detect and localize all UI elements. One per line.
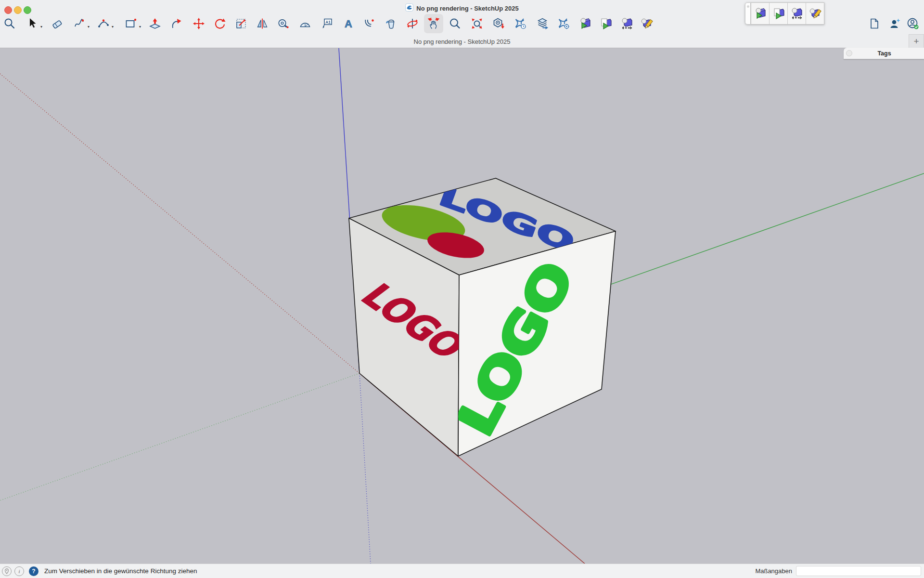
pan-hand-icon (427, 17, 440, 30)
tool-account[interactable] (903, 14, 923, 33)
select-cursor-icon (26, 17, 38, 30)
palette-tool-scene-animation[interactable] (788, 3, 806, 24)
flip-icon (256, 17, 269, 30)
rectangle-icon (125, 17, 137, 30)
palette-drag-handle[interactable] (745, 2, 751, 25)
svg-text:A: A (345, 18, 352, 30)
palette-tool-scene-new[interactable] (770, 3, 788, 24)
tags-panel-collapse-icon[interactable] (846, 50, 852, 56)
tool-rotate[interactable] (210, 14, 230, 33)
tags-panel-title: Tags (852, 50, 916, 57)
tool-protractor[interactable] (295, 14, 315, 33)
push-pull-icon (149, 17, 161, 30)
tool-push-pull[interactable] (145, 14, 165, 33)
tool-3d-text[interactable]: A (339, 14, 358, 33)
tool-zoom[interactable] (445, 14, 464, 33)
tool-select[interactable]: ▾ (23, 14, 42, 33)
measurements-label: Maßangaben (755, 567, 792, 575)
tool-scene-new[interactable] (596, 14, 616, 33)
chevron-down-icon[interactable]: ▾ (112, 25, 114, 29)
paint-bucket-icon (385, 17, 397, 30)
measurements-input[interactable] (796, 566, 921, 576)
tool-follow-me[interactable] (167, 14, 186, 33)
tool-orbit[interactable] (403, 14, 422, 33)
geolocation-button[interactable] (2, 566, 12, 576)
tool-new-document[interactable] (865, 14, 884, 33)
tool-text[interactable]: A1 (318, 14, 337, 33)
tool-rectangle[interactable]: ▾ (121, 14, 141, 33)
move-icon (192, 17, 205, 30)
zoom-icon (449, 17, 461, 30)
question-mark-icon: ? (32, 568, 35, 575)
plus-icon: + (913, 36, 919, 47)
tool-two-point-arc[interactable]: ▾ (94, 14, 113, 33)
credits-button[interactable]: i (14, 566, 24, 576)
layers-arrow-icon (536, 17, 549, 30)
tool-tape-measure[interactable] (274, 14, 293, 33)
scene-animation-icon (620, 17, 634, 30)
freehand-icon (73, 17, 86, 30)
protractor-icon (299, 17, 311, 30)
info-icon: i (18, 568, 20, 574)
swoosh-clock-icon (514, 17, 526, 30)
tool-eraser[interactable] (48, 14, 67, 33)
swoosh-gear-icon (557, 17, 570, 30)
scene-play-icon (578, 17, 592, 30)
scene-new-icon (772, 7, 785, 20)
viewport-canvas[interactable]: LOGO LOGO LOGO (0, 48, 924, 564)
tool-move[interactable] (189, 14, 208, 33)
tool-scene-edit[interactable] (637, 14, 656, 33)
axis-green-dotted (0, 373, 359, 500)
tool-extension-shield-gear[interactable] (489, 14, 508, 33)
document-title: No png rendering - SketchUp 2025 (414, 38, 511, 45)
tool-extension-layers-export[interactable] (533, 14, 552, 33)
new-document-icon (868, 17, 881, 30)
tool-extension-swoosh-gear[interactable] (554, 14, 573, 33)
offset-icon (363, 17, 376, 30)
statusbar: i ? Zum Verschieben in die gewünschte Ri… (0, 564, 924, 578)
tags-panel-header[interactable]: Tags (844, 48, 924, 59)
tool-scene-animation[interactable] (617, 14, 637, 33)
rotate-icon (214, 17, 226, 30)
search-icon (3, 17, 16, 30)
location-pin-icon (4, 568, 10, 574)
modeling-viewport[interactable]: LOGO LOGO LOGO (0, 48, 924, 564)
statusbar-hint: Zum Verschieben in die gewünschte Richtu… (44, 567, 197, 575)
scene-new-icon (599, 17, 613, 30)
chevron-down-icon[interactable]: ▾ (139, 25, 141, 29)
floating-scenes-toolbar[interactable] (745, 2, 824, 25)
scene-edit-icon (808, 7, 822, 20)
palette-tool-scene-play[interactable] (751, 3, 770, 24)
tape-measure-icon (277, 17, 290, 30)
follow-me-icon (170, 17, 183, 30)
shield-gear-icon (492, 17, 505, 30)
scene-play-icon (754, 7, 767, 20)
tool-pan[interactable] (424, 14, 443, 33)
zoom-extents-icon (471, 17, 483, 30)
scale-icon (235, 17, 247, 30)
tool-flip[interactable] (253, 14, 272, 33)
tool-offset[interactable] (360, 14, 379, 33)
add-tray-button[interactable]: + (909, 34, 924, 48)
eraser-icon (51, 17, 64, 30)
document-bar: No png rendering - SketchUp 2025 (0, 35, 924, 48)
account-avatar-icon (907, 17, 919, 30)
tool-paint-bucket[interactable] (381, 14, 400, 33)
chevron-down-icon[interactable]: ▾ (88, 25, 90, 29)
tool-extension-swoosh-clock[interactable] (511, 14, 530, 33)
arc-icon (97, 17, 110, 30)
scene-edit-icon (640, 17, 654, 30)
3d-text-icon: A (342, 17, 355, 30)
tool-freehand[interactable]: ▾ (70, 14, 89, 33)
tool-invite-person[interactable] (886, 14, 905, 33)
tool-zoom-extents[interactable] (467, 14, 487, 33)
orbit-icon (406, 17, 419, 30)
scene-animation-icon (790, 7, 804, 20)
tool-search[interactable] (0, 14, 19, 33)
axis-blue-dotted (359, 373, 371, 564)
tool-scale[interactable] (231, 14, 251, 33)
chevron-down-icon[interactable]: ▾ (40, 25, 42, 29)
palette-tool-scene-edit[interactable] (806, 3, 824, 24)
help-button[interactable]: ? (29, 566, 38, 576)
tool-scene-play[interactable] (576, 14, 595, 33)
